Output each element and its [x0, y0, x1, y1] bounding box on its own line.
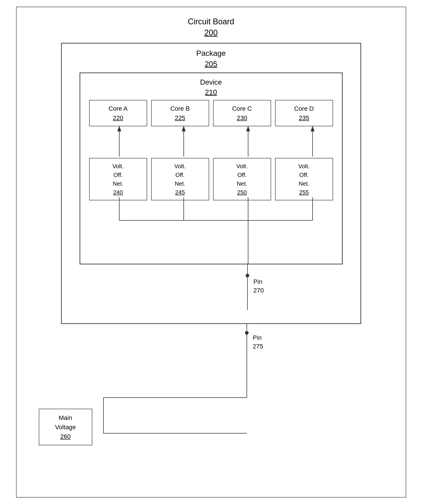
- circuit-board-page: Circuit Board 200 Package 205 Device 210…: [16, 7, 406, 498]
- pin-275-label: Pin 275: [253, 333, 263, 351]
- core-d-box: Core D 235: [275, 100, 333, 126]
- device-box: Device 210 Core A 220 Core B 225 Core C …: [80, 72, 343, 264]
- volt-245-box: Volt. Off. Net. 245: [151, 158, 209, 200]
- volt-255-box: Volt. Off. Net. 255: [275, 158, 333, 200]
- device-label: Device 210: [80, 77, 342, 97]
- page-title: Circuit Board 200: [17, 16, 406, 39]
- core-c-box: Core C 230: [213, 100, 271, 126]
- pin-270-label: Pin 270: [253, 277, 264, 295]
- cores-row: Core A 220 Core B 225 Core C 230 Core D …: [89, 100, 333, 126]
- volt-row: Volt. Off. Net. 240 Volt. Off. Net. 245 …: [89, 158, 333, 200]
- volt-240-box: Volt. Off. Net. 240: [89, 158, 147, 200]
- package-box: Package 205 Device 210 Core A 220 Core B…: [61, 43, 361, 324]
- volt-250-box: Volt. Off. Net. 250: [213, 158, 271, 200]
- svg-point-17: [245, 331, 249, 335]
- core-b-box: Core B 225: [151, 100, 209, 126]
- core-a-box: Core A 220: [89, 100, 147, 126]
- package-label: Package 205: [62, 48, 360, 69]
- svg-point-13: [246, 274, 249, 277]
- main-voltage-box: Main Voltage 260: [39, 409, 92, 445]
